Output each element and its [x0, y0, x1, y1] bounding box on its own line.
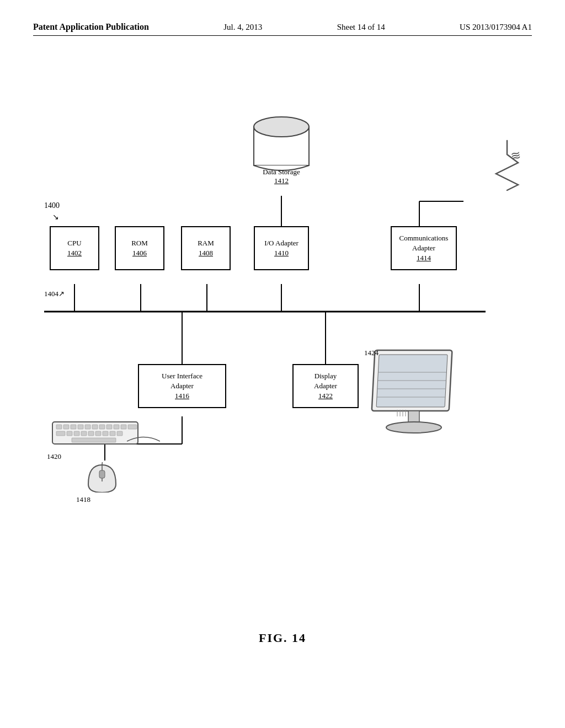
ui-adapter-number: 1416 [175, 391, 189, 401]
svg-rect-39 [72, 438, 116, 442]
svg-point-49 [386, 422, 441, 433]
antenna-lines [491, 138, 524, 193]
monitor-sketch [370, 345, 463, 452]
display-adapter-box: Display Adapter 1422 [292, 364, 359, 408]
keyboard-number-label: 1420 [47, 452, 61, 461]
svg-rect-22 [78, 425, 83, 429]
keyboard-sketch [50, 419, 143, 452]
system-number-label: 1400 [44, 201, 60, 210]
mouse-number-label: 1418 [76, 495, 90, 504]
data-storage-number: 1412 [248, 176, 315, 185]
diagram-area: 1400 ↘ 1404↗ CPU 1402 ROM 1406 RAM 1408 … [33, 94, 532, 618]
svg-rect-19 [56, 425, 62, 429]
patent-number: US 2013/0173904 A1 [460, 23, 532, 32]
ram-box: RAM 1408 [181, 226, 231, 270]
ui-adapter-label: User Interface Adapter [162, 371, 202, 391]
io-adapter-number: 1410 [274, 248, 289, 258]
ram-number: 1408 [199, 248, 213, 258]
svg-rect-33 [81, 431, 87, 436]
publication-date: Jul. 4, 2013 [223, 23, 262, 32]
svg-rect-26 [106, 425, 112, 429]
svg-rect-20 [63, 425, 69, 429]
data-storage-cylinder-svg [248, 110, 315, 171]
svg-rect-25 [99, 425, 105, 429]
comm-adapter-number: 1414 [417, 253, 431, 263]
ui-adapter-box: User Interface Adapter 1416 [138, 364, 226, 408]
rom-label: ROM [131, 238, 148, 248]
display-adapter-number: 1422 [318, 391, 333, 401]
svg-rect-27 [114, 425, 119, 429]
mouse-sketch [83, 462, 121, 495]
svg-rect-43 [376, 355, 447, 407]
mouse-svg [83, 462, 121, 493]
svg-point-17 [254, 117, 309, 137]
sheet-info: Sheet 14 of 14 [337, 23, 385, 32]
page-header: Patent Application Publication Jul. 4, 2… [33, 22, 532, 36]
svg-rect-36 [103, 431, 108, 436]
rom-box: ROM 1406 [115, 226, 164, 270]
svg-rect-35 [95, 431, 101, 436]
io-adapter-label: I/O Adapter [264, 238, 299, 248]
data-storage-container: Data Storage 1412 [248, 110, 315, 185]
svg-rect-29 [128, 425, 137, 429]
svg-rect-32 [74, 431, 79, 436]
svg-rect-21 [71, 425, 76, 429]
cpu-label: CPU [67, 238, 81, 248]
display-adapter-label: Display Adapter [314, 371, 337, 391]
comm-adapter-label: Communications Adapter [399, 233, 449, 253]
svg-rect-41 [99, 470, 105, 478]
svg-rect-37 [110, 431, 115, 436]
svg-rect-34 [88, 431, 94, 436]
cpu-box: CPU 1402 [50, 226, 99, 270]
svg-rect-24 [92, 425, 98, 429]
rom-number: 1406 [132, 248, 147, 258]
comm-adapter-box: Communications Adapter 1414 [391, 226, 457, 270]
monitor-svg [370, 345, 463, 449]
io-adapter-box: I/O Adapter 1410 [254, 226, 309, 270]
monitor-number-label: 1424 [364, 349, 379, 357]
publication-title: Patent Application Publication [33, 22, 149, 32]
keyboard-cord [127, 430, 160, 452]
svg-rect-28 [121, 425, 126, 429]
svg-rect-30 [56, 431, 65, 436]
figure-label: FIG. 14 [259, 631, 306, 645]
bus-label: 1404↗ [44, 290, 65, 298]
system-arrow: ↘ [52, 212, 59, 222]
svg-rect-31 [67, 431, 72, 436]
ram-label: RAM [198, 238, 214, 248]
svg-rect-23 [85, 425, 90, 429]
cpu-number: 1402 [67, 248, 82, 258]
svg-rect-38 [117, 431, 122, 436]
